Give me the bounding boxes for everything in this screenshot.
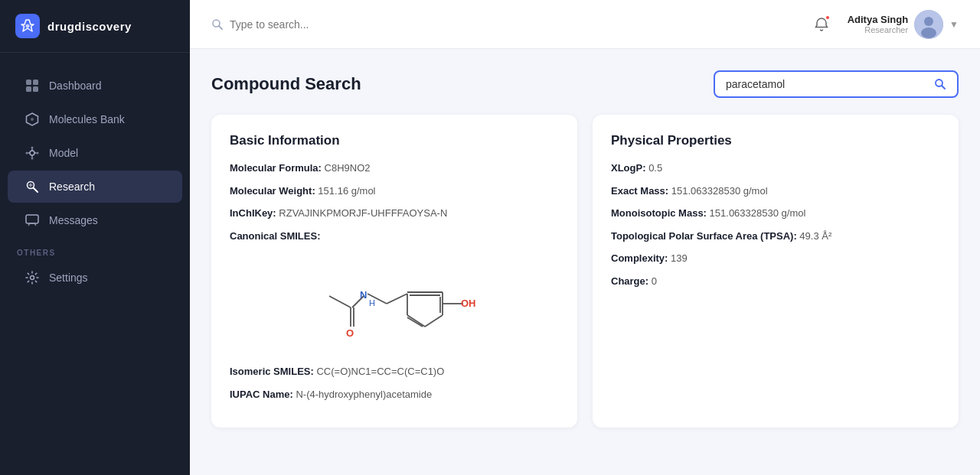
sidebar: drugdiscovery Dashboard Molecules Ban — [0, 0, 190, 475]
main-area: Aditya Singh Researcher ▼ Compound Searc… — [190, 0, 980, 475]
svg-line-37 — [387, 294, 407, 304]
logo-icon — [15, 14, 40, 38]
complexity-row: Complexity: 139 — [611, 251, 940, 266]
svg-text:OH: OH — [461, 298, 476, 309]
iupac-label: IUPAC Name: — [230, 389, 293, 400]
svg-text:O: O — [346, 327, 354, 339]
basic-info-title: Basic Information — [230, 133, 559, 148]
header-search-input[interactable] — [230, 18, 459, 31]
messages-label: Messages — [49, 214, 98, 226]
svg-rect-1 — [26, 80, 31, 85]
compound-search-icon[interactable] — [934, 78, 946, 90]
cards-row: Basic Information Molecular Formula: C8H… — [211, 115, 959, 428]
molecule-svg: O N H — [306, 254, 482, 353]
svg-point-11 — [37, 152, 39, 155]
monoisotopic-label: Monoisotopic Mass: — [611, 207, 707, 219]
charge-value: 0 — [652, 275, 657, 287]
inchikey-label: InChIKey: — [230, 207, 276, 219]
charge-label: Charge: — [611, 275, 648, 287]
others-section-label: OTHERS — [0, 238, 190, 260]
research-icon — [24, 179, 40, 194]
inchikey-row: InChIKey: RZVAJINKPMORJF-UHFFFAOYSA-N — [230, 206, 559, 221]
iupac-value: N-(4-hydroxyphenyl)acetamide — [296, 389, 432, 400]
user-name: Aditya Singh — [848, 14, 908, 25]
isomeric-smiles-value: CC(=O)NC1=CC=C(C=C1)O — [316, 366, 444, 377]
xlogp-value: 0.5 — [648, 162, 662, 174]
svg-point-26 — [921, 28, 936, 38]
sidebar-item-research[interactable]: Research — [8, 171, 182, 203]
exact-mass-row: Exact Mass: 151.063328530 g/mol — [611, 184, 940, 199]
model-label: Model — [49, 147, 78, 159]
tpsa-value: 49.3 Å² — [799, 230, 831, 242]
content-header: Compound Search — [211, 70, 959, 98]
user-info[interactable]: Aditya Singh Researcher ▼ — [848, 10, 959, 39]
canonical-smiles-row: Canonical SMILES: — [230, 229, 559, 244]
header-search-icon — [211, 18, 224, 31]
tpsa-row: Topological Polar Surface Area (TPSA): 4… — [611, 229, 940, 244]
charge-row: Charge: 0 — [611, 274, 940, 289]
user-dropdown-chevron[interactable]: ▼ — [949, 19, 959, 30]
svg-rect-20 — [26, 215, 38, 223]
compound-search-input[interactable] — [726, 78, 928, 90]
complexity-label: Complexity: — [611, 252, 668, 264]
monoisotopic-row: Monoisotopic Mass: 151.063328530 g/mol — [611, 206, 940, 221]
svg-rect-2 — [33, 80, 38, 85]
sidebar-item-settings[interactable]: Settings — [8, 262, 182, 294]
avatar — [914, 10, 943, 39]
settings-icon — [24, 270, 40, 285]
inchikey-value: RZVAJINKPMORJF-UHFFFAOYSA-N — [279, 207, 447, 219]
molecular-formula-value: C8H9NO2 — [325, 162, 371, 174]
isomeric-smiles-label: Isomeric SMILES: — [230, 366, 314, 377]
svg-line-23 — [219, 25, 222, 28]
tpsa-label: Topological Polar Surface Area (TPSA): — [611, 230, 797, 242]
settings-label: Settings — [49, 272, 88, 284]
svg-line-43 — [407, 317, 423, 327]
molecules-icon — [24, 112, 40, 127]
svg-text:H: H — [369, 298, 375, 307]
physical-props-card: Physical Properties XLogP: 0.5 Exact Mas… — [593, 115, 959, 428]
svg-rect-3 — [26, 86, 31, 92]
notification-dot — [825, 15, 831, 21]
iupac-name-row: IUPAC Name: N-(4-hydroxyphenyl)acetamide — [230, 387, 559, 402]
svg-point-21 — [31, 276, 34, 280]
svg-line-17 — [34, 188, 38, 193]
sidebar-item-dashboard[interactable]: Dashboard — [8, 70, 182, 102]
content-area: Compound Search Basic Information Molecu… — [190, 49, 980, 475]
molecular-formula-row: Molecular Formula: C8H9NO2 — [230, 161, 559, 176]
page-title: Compound Search — [211, 74, 361, 94]
sidebar-nav: Dashboard Molecules Bank — [0, 53, 190, 475]
molecules-label: Molecules Bank — [49, 113, 125, 125]
molecular-weight-value: 151.16 g/mol — [318, 185, 375, 197]
compound-search-box — [714, 70, 959, 98]
svg-point-8 — [31, 147, 34, 149]
molecular-formula-label: Molecular Formula: — [230, 162, 322, 174]
logo-area: drugdiscovery — [0, 0, 190, 53]
exact-mass-label: Exact Mass: — [611, 185, 668, 197]
sidebar-item-molecules-bank[interactable]: Molecules Bank — [8, 103, 182, 135]
svg-text:N: N — [360, 289, 367, 301]
sidebar-item-model[interactable]: Model — [8, 137, 182, 169]
molecular-weight-label: Molecular Weight: — [230, 185, 315, 197]
svg-point-10 — [26, 152, 28, 155]
svg-point-6 — [31, 118, 34, 121]
physical-props-title: Physical Properties — [611, 133, 940, 148]
svg-rect-4 — [33, 86, 38, 92]
notification-button[interactable] — [808, 11, 835, 38]
complexity-value: 139 — [671, 252, 688, 264]
canonical-smiles-label: Canonical SMILES: — [230, 230, 320, 242]
xlogp-row: XLogP: 0.5 — [611, 161, 940, 176]
isomeric-smiles-row: Isomeric SMILES: CC(=O)NC1=CC=C(C=C1)O — [230, 364, 559, 379]
research-label: Research — [49, 181, 95, 193]
header: Aditya Singh Researcher ▼ — [190, 0, 980, 49]
basic-info-card: Basic Information Molecular Formula: C8H… — [211, 115, 577, 428]
sidebar-item-messages[interactable]: Messages — [8, 204, 182, 236]
logo-text: drugdiscovery — [47, 20, 132, 33]
svg-line-29 — [329, 296, 351, 307]
exact-mass-value: 151.063328530 g/mol — [671, 185, 768, 197]
svg-line-41 — [425, 315, 443, 327]
svg-point-25 — [924, 17, 933, 26]
molecular-weight-row: Molecular Weight: 151.16 g/mol — [230, 184, 559, 199]
user-role: Researcher — [848, 25, 908, 34]
messages-icon — [24, 213, 40, 228]
dashboard-label: Dashboard — [49, 80, 102, 92]
